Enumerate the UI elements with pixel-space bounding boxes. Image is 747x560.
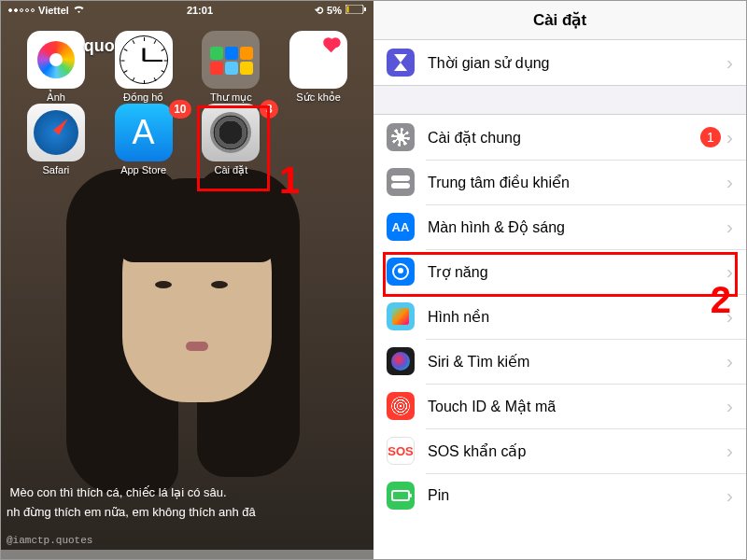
- row-siri[interactable]: Siri & Tìm kiếm ›: [374, 339, 746, 384]
- row-label: Cài đặt chung: [428, 129, 700, 147]
- row-label: Màn hình & Độ sáng: [428, 218, 726, 236]
- app-label: Thư mục: [210, 91, 252, 104]
- app-grid: quo Ảnh Đồng hồ Thư mục Sức khỏ: [1, 27, 374, 180]
- wallpaper-watermark: @iamctp.quotes: [7, 535, 92, 546]
- chevron-right-icon: ›: [726, 126, 733, 148]
- battery-icon: [345, 5, 366, 16]
- settings-list[interactable]: Thời gian sử dụng › Cài đặt chung 1 › Tr…: [374, 40, 746, 560]
- row-control-center[interactable]: Trung tâm điều khiển ›: [374, 160, 746, 204]
- row-screen-time[interactable]: Thời gian sử dụng ›: [374, 40, 746, 85]
- siri-icon: [387, 347, 415, 375]
- app-photos[interactable]: quo Ảnh: [12, 31, 100, 104]
- row-accessibility[interactable]: Trợ năng ›: [374, 249, 746, 294]
- hourglass-icon: [387, 49, 415, 77]
- chevron-right-icon: ›: [726, 395, 733, 417]
- chevron-right-icon: ›: [726, 440, 733, 462]
- svg-rect-1: [346, 7, 348, 13]
- badge: 1: [700, 127, 721, 147]
- sos-icon: SOS: [387, 437, 415, 465]
- app-health[interactable]: Sức khỏe: [275, 31, 362, 104]
- app-clock[interactable]: Đồng hồ: [100, 31, 188, 104]
- rotation-lock-icon: ⟲: [315, 5, 323, 17]
- gear-icon: [387, 123, 415, 151]
- app-label: Đồng hồ: [123, 91, 163, 104]
- settings-icon: [202, 104, 260, 161]
- health-icon: [289, 31, 347, 89]
- text-size-icon: AA: [387, 213, 415, 241]
- row-wallpaper[interactable]: Hình nền ›: [374, 294, 746, 339]
- clock-icon: [115, 31, 173, 89]
- app-label: App Store: [120, 164, 166, 175]
- row-touchid[interactable]: Touch ID & Mật mã ›: [374, 384, 746, 428]
- row-label: Touch ID & Mật mã: [428, 398, 726, 415]
- badge: 10: [169, 100, 190, 119]
- row-label: Trung tâm điều khiển: [428, 174, 726, 191]
- homescreen-panel: Viettel 21:01 ⟲ 5% quo Ảnh: [1, 1, 374, 560]
- safari-icon: [27, 104, 85, 161]
- app-label: Safari: [43, 164, 70, 175]
- app-safari[interactable]: Safari: [12, 104, 100, 176]
- svg-rect-2: [364, 7, 366, 11]
- row-label: Pin: [428, 487, 726, 504]
- app-folder[interactable]: Thư mục: [188, 31, 275, 104]
- row-label: Hình nền: [428, 308, 726, 326]
- appstore-icon: A: [115, 104, 173, 161]
- row-sos[interactable]: SOS SOS khẩn cấp ›: [374, 428, 746, 473]
- annotation-2: 2: [711, 279, 731, 321]
- settings-header: Cài đặt: [374, 1, 746, 40]
- chevron-right-icon: ›: [726, 51, 733, 74]
- row-display[interactable]: AA Màn hình & Độ sáng ›: [374, 204, 746, 249]
- app-appstore[interactable]: A 10 App Store: [100, 104, 188, 176]
- annotation-1: 1: [279, 160, 300, 202]
- dock: [1, 550, 374, 560]
- folder-icon: [202, 31, 260, 89]
- clock-label: 21:01: [187, 5, 213, 16]
- app-settings[interactable]: 3 Cài đặt: [188, 104, 275, 176]
- photos-icon: [27, 31, 85, 89]
- chevron-right-icon: ›: [726, 216, 733, 238]
- row-label: Siri & Tìm kiếm: [428, 353, 726, 371]
- row-general[interactable]: Cài đặt chung 1 ›: [374, 115, 746, 160]
- section-gap: [374, 85, 746, 115]
- status-bar: Viettel 21:01 ⟲ 5%: [1, 1, 374, 20]
- wallpaper-caption: Mèo con thì thích cá, chiếc lá lại có sâ…: [1, 483, 374, 522]
- row-label: SOS khẩn cấp: [428, 442, 726, 460]
- chevron-right-icon: ›: [726, 350, 733, 372]
- carrier-label: Viettel: [38, 5, 69, 16]
- battery-icon: [387, 482, 415, 510]
- app-label: Sức khỏe: [296, 91, 341, 104]
- app-label: Ảnh: [47, 91, 65, 104]
- battery-label: 5%: [327, 5, 342, 16]
- row-label: Thời gian sử dụng: [428, 54, 726, 72]
- row-battery[interactable]: Pin ›: [374, 473, 746, 518]
- wifi-icon: [73, 5, 85, 16]
- chevron-right-icon: ›: [726, 484, 733, 507]
- chevron-right-icon: ›: [726, 171, 733, 193]
- accessibility-icon: [387, 258, 415, 286]
- fingerprint-icon: [387, 392, 415, 420]
- settings-title: Cài đặt: [533, 10, 586, 30]
- app-label: Cài đặt: [215, 164, 248, 176]
- wallpaper-icon: [387, 302, 415, 330]
- row-label: Trợ năng: [428, 263, 726, 281]
- toggle-icon: [387, 168, 415, 196]
- settings-panel: Cài đặt Thời gian sử dụng › Cài đặt chun…: [374, 1, 746, 560]
